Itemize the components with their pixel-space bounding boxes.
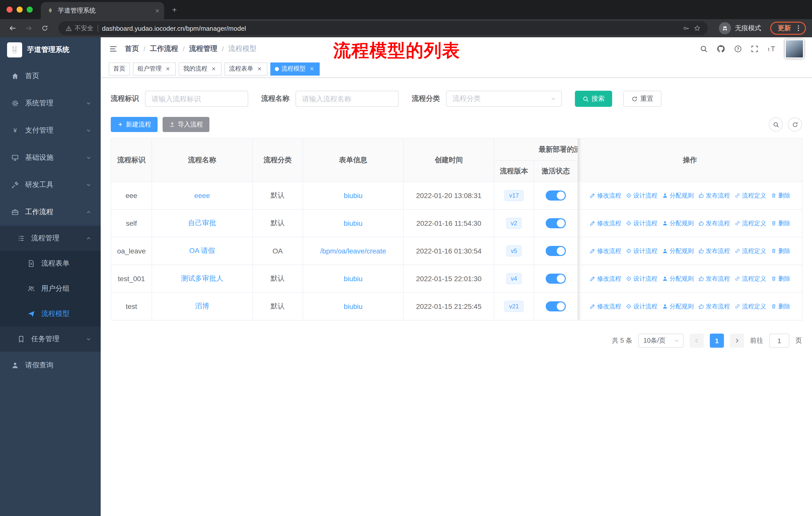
active-toggle[interactable] [546,274,566,284]
action-assign-rule[interactable]: 分配规则 [662,219,694,227]
active-toggle[interactable] [546,218,566,228]
create-process-button[interactable]: 新建流程 [111,117,157,132]
tag-close-icon[interactable] [210,65,217,72]
action-process-definition[interactable]: 流程定义 [734,302,766,311]
browser-tab[interactable]: 芋道管理系统 [41,2,164,19]
form-info-link[interactable]: /bpm/oa/leave/create [320,247,386,255]
tag-close-icon[interactable] [164,65,171,72]
action-process-definition[interactable]: 流程定义 [734,219,766,227]
action-process-definition[interactable]: 流程定义 [734,247,766,255]
sidebar-item-leave-query[interactable]: 请假查询 [0,352,101,379]
active-toggle[interactable] [546,246,566,256]
action-edit-process[interactable]: 修改流程 [589,191,621,200]
action-publish-process[interactable]: 发布流程 [698,219,730,227]
sidebar-item-user-group[interactable]: 用户分组 [0,276,101,301]
action-delete[interactable]: 删除 [771,302,790,311]
close-window-button[interactable] [6,6,12,12]
browser-update-menu[interactable]: 更新 [770,22,806,35]
sidebar-item-devtools[interactable]: 研发工具 [0,171,101,198]
action-edit-process[interactable]: 修改流程 [589,274,621,283]
process-name-link[interactable]: 自己审批 [188,219,216,227]
goto-page-input[interactable] [769,333,789,348]
action-design-process[interactable]: 设计流程 [626,302,658,311]
form-info-link[interactable]: biubiu [344,302,363,310]
action-publish-process[interactable]: 发布流程 [698,302,730,311]
import-process-button[interactable]: 导入流程 [163,117,209,132]
action-delete[interactable]: 删除 [771,219,790,227]
breadcrumb-workflow[interactable]: 工作流程 [150,44,178,53]
fullscreen-icon[interactable] [751,45,759,53]
tag-home[interactable]: 首页 [109,62,130,75]
sidebar-item-process-management[interactable]: 流程管理 [0,226,101,251]
forward-button[interactable] [22,22,35,35]
action-delete[interactable]: 删除 [771,274,790,283]
minimize-window-button[interactable] [17,6,23,12]
process-name-link[interactable]: 滔博 [195,302,209,310]
tag-close-icon[interactable] [256,65,263,72]
action-assign-rule[interactable]: 分配规则 [662,191,694,200]
url-text[interactable]: dashboard.yudao.iocoder.cn/bpm/manager/m… [102,24,678,32]
tag-close-icon[interactable] [308,65,315,72]
category-select[interactable]: 流程分类 [446,91,562,107]
form-info-link[interactable]: biubiu [344,219,363,227]
help-icon[interactable] [734,45,742,53]
action-publish-process[interactable]: 发布流程 [698,274,730,283]
tag-process-model[interactable]: 流程模型 [270,62,320,75]
process-name-link[interactable]: eeee [194,191,210,199]
active-toggle[interactable] [546,190,566,200]
breadcrumb-process-management[interactable]: 流程管理 [189,44,218,53]
sidebar-item-workflow[interactable]: 工作流程 [0,198,101,226]
action-publish-process[interactable]: 发布流程 [698,247,730,255]
action-edit-process[interactable]: 修改流程 [589,247,621,255]
action-delete[interactable]: 删除 [771,247,790,255]
back-button[interactable] [6,22,19,35]
action-edit-process[interactable]: 修改流程 [589,219,621,227]
app-logo[interactable]: 芋道管理系统 [0,37,101,62]
prev-page-button[interactable] [690,333,704,348]
password-key-icon[interactable] [683,25,690,32]
sidebar-collapse-button[interactable] [109,44,118,53]
new-tab-button[interactable] [171,6,178,13]
process-name-input[interactable] [295,91,399,107]
sidebar-item-process-model[interactable]: 流程模型 [0,301,101,327]
toggle-search-button[interactable] [769,117,783,132]
github-icon[interactable] [716,44,725,53]
sidebar-item-system[interactable]: 系统管理 [0,90,101,117]
zoom-window-button[interactable] [27,6,33,12]
action-assign-rule[interactable]: 分配规则 [662,274,694,283]
menu-dots-icon[interactable] [794,24,803,32]
action-process-definition[interactable]: 流程定义 [734,191,766,200]
sidebar-item-home[interactable]: 首页 [0,62,101,90]
action-publish-process[interactable]: 发布流程 [698,191,730,200]
sidebar-item-task-management[interactable]: 任务管理 [0,327,101,352]
page-size-select[interactable]: 10条/页 [638,333,684,348]
form-info-link[interactable]: biubiu [344,275,363,283]
action-design-process[interactable]: 设计流程 [626,247,658,255]
user-avatar[interactable] [785,39,804,58]
sidebar-item-process-form[interactable]: 流程表单 [0,251,101,276]
security-warning[interactable]: 不安全 [65,24,93,32]
header-search-icon[interactable] [700,45,708,53]
sidebar-item-infrastructure[interactable]: 基础设施 [0,144,101,171]
process-name-link[interactable]: 测试多审批人 [181,274,223,282]
process-id-input[interactable] [145,91,248,107]
page-button-1[interactable]: 1 [710,333,724,348]
sidebar-item-payment[interactable]: 支付管理 [0,117,101,144]
address-bar[interactable]: 不安全 dashboard.yudao.iocoder.cn/bpm/manag… [58,21,708,35]
action-process-definition[interactable]: 流程定义 [734,274,766,283]
active-toggle[interactable] [546,301,566,311]
tab-close-icon[interactable] [154,8,160,13]
font-size-icon[interactable] [767,44,776,53]
action-design-process[interactable]: 设计流程 [626,219,658,227]
action-edit-process[interactable]: 修改流程 [589,302,621,311]
reset-button[interactable]: 重置 [623,91,662,107]
tag-tenant-management[interactable]: 租户管理 [133,62,176,75]
form-info-link[interactable]: biubiu [344,191,363,199]
reload-button[interactable] [38,22,51,35]
action-assign-rule[interactable]: 分配规则 [662,302,694,311]
action-design-process[interactable]: 设计流程 [626,274,658,283]
refresh-table-button[interactable] [788,117,802,132]
action-design-process[interactable]: 设计流程 [626,191,658,200]
search-button[interactable]: 搜索 [575,91,612,107]
action-delete[interactable]: 删除 [771,191,790,200]
